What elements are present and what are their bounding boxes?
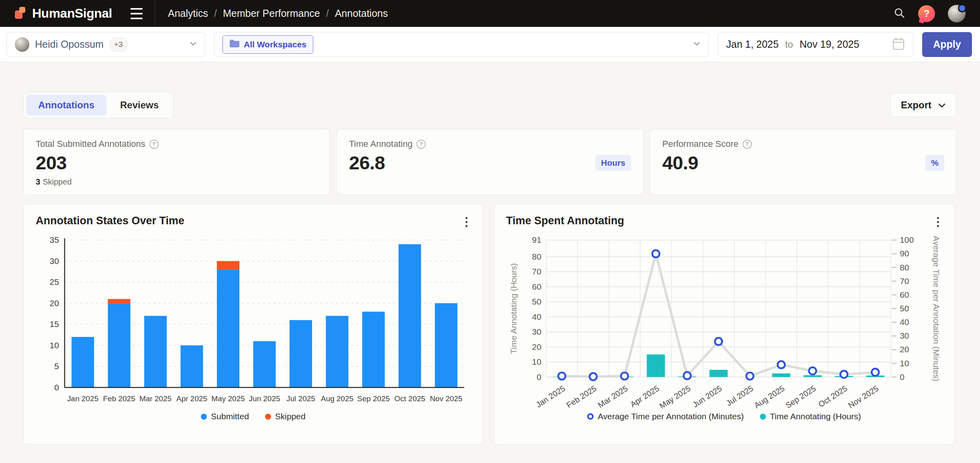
svg-text:20: 20: [532, 342, 541, 351]
breadcrumb: Analytics / Member Performance / Annotat…: [168, 8, 388, 19]
export-label: Export: [901, 100, 931, 111]
svg-text:May 2025: May 2025: [211, 394, 245, 403]
svg-text:50: 50: [532, 297, 541, 306]
svg-text:30: 30: [532, 327, 541, 336]
main-content: Annotations Reviews Export Total Submitt…: [0, 62, 980, 445]
svg-text:Aug 2025: Aug 2025: [321, 394, 353, 403]
svg-text:Jun 2025: Jun 2025: [249, 394, 280, 403]
search-icon[interactable]: [893, 7, 905, 20]
legend-dot-orange: [265, 414, 271, 420]
svg-text:Feb 2025: Feb 2025: [103, 394, 135, 403]
chevron-down-icon: [190, 41, 197, 48]
kebab-menu-icon[interactable]: [462, 215, 471, 229]
help-circle-icon[interactable]: ?: [743, 140, 752, 149]
svg-text:May 2025: May 2025: [658, 384, 692, 408]
svg-text:Average Time per Annotation (M: Average Time per Annotation (Minutes): [932, 236, 941, 382]
breadcrumb-separator: /: [208, 8, 223, 19]
legend-item-avg-time: Average Time per Annotation (Minutes): [587, 412, 744, 421]
member-avatar: [15, 37, 29, 52]
humansignal-logo-icon: [14, 6, 28, 21]
help-icon[interactable]: ?: [918, 5, 935, 22]
charts-row: Annotation States Over Time 051015202530…: [23, 204, 957, 445]
user-avatar[interactable]: [948, 5, 966, 22]
filter-bar: Heidi Opossum +3 All Workspaces Jan 1, 2…: [0, 27, 980, 62]
stat-card-performance-score: Performance Score ? 40.9 %: [650, 129, 957, 195]
top-bar: HumanSignal Analytics / Member Performan…: [0, 0, 980, 27]
svg-text:5: 5: [54, 361, 59, 371]
svg-text:25: 25: [50, 277, 59, 286]
date-range-input[interactable]: Jan 1, 2025 to Nov 19, 2025: [718, 32, 913, 57]
svg-text:Jul 2025: Jul 2025: [725, 384, 755, 408]
svg-text:30: 30: [50, 256, 59, 266]
kebab-menu-icon[interactable]: [934, 215, 942, 229]
svg-text:15: 15: [50, 319, 59, 329]
svg-text:Jun 2025: Jun 2025: [691, 384, 723, 408]
chart-title: Time Spent Annotating: [506, 215, 624, 227]
breadcrumb-member-performance[interactable]: Member Performance: [223, 8, 320, 19]
member-name: Heidi Opossum: [35, 39, 104, 50]
svg-text:Mar 2025: Mar 2025: [596, 384, 629, 408]
svg-text:30: 30: [900, 331, 909, 340]
combo-chart: 0102030405060708091010203040506070809010…: [506, 236, 942, 408]
svg-text:70: 70: [900, 276, 909, 286]
svg-text:10: 10: [532, 357, 541, 366]
svg-text:20: 20: [900, 345, 909, 354]
brand[interactable]: HumanSignal: [14, 6, 112, 21]
export-button[interactable]: Export: [890, 93, 957, 117]
svg-text:Aug 2025: Aug 2025: [753, 384, 786, 408]
svg-text:20: 20: [50, 299, 59, 308]
breadcrumb-analytics[interactable]: Analytics: [168, 8, 208, 19]
svg-text:80: 80: [900, 263, 909, 272]
skipped-count: 3: [36, 177, 40, 186]
stat-card-time-annotating: Time Annotating ? 26.8 Hours: [337, 129, 643, 195]
stat-label: Total Submitted Annotations: [36, 139, 145, 149]
legend-ring-blue: [587, 413, 594, 420]
folder-icon: [229, 39, 240, 50]
stat-footnote: 3Skipped: [36, 177, 318, 187]
tab-annotations[interactable]: Annotations: [26, 95, 106, 116]
breadcrumb-annotations[interactable]: Annotations: [335, 8, 388, 19]
apply-button[interactable]: Apply: [922, 32, 972, 57]
svg-text:Sep 2025: Sep 2025: [784, 384, 818, 408]
topbar-divider: [155, 0, 155, 27]
svg-text:Mar 2025: Mar 2025: [139, 394, 172, 403]
member-select[interactable]: Heidi Opossum +3: [6, 32, 205, 57]
svg-text:80: 80: [532, 252, 541, 261]
svg-text:70: 70: [532, 267, 541, 276]
skipped-label: Skipped: [43, 177, 71, 186]
unit-badge-hours: Hours: [595, 155, 631, 171]
workspace-select[interactable]: All Workspaces: [214, 32, 709, 57]
brand-name: HumanSignal: [32, 6, 112, 21]
workspace-chip-label: All Workspaces: [244, 40, 306, 49]
tab-reviews[interactable]: Reviews: [108, 95, 171, 116]
svg-text:0: 0: [537, 372, 541, 382]
legend-dot-blue: [201, 414, 207, 420]
workspace-chip[interactable]: All Workspaces: [223, 35, 313, 54]
stat-value: 203: [36, 152, 67, 174]
chart-legend: Average Time per Annotation (Minutes) Ti…: [506, 412, 942, 421]
legend-dot-teal: [760, 414, 766, 420]
svg-text:91: 91: [532, 236, 541, 244]
svg-text:Oct 2025: Oct 2025: [394, 394, 425, 403]
chart-time-spent: Time Spent Annotating 010203040506070809…: [494, 204, 955, 445]
member-more-badge: +3: [109, 37, 128, 52]
svg-text:10: 10: [900, 359, 909, 368]
help-circle-icon[interactable]: ?: [416, 140, 426, 149]
menu-icon[interactable]: [130, 6, 143, 22]
unit-badge-percent: %: [925, 155, 944, 171]
stat-card-total-submitted: Total Submitted Annotations ? 203 3Skipp…: [23, 129, 330, 195]
stat-value: 40.9: [662, 152, 698, 174]
stacked-bar-chart: 05101520253035Jan 2025Feb 2025Mar 2025Ap…: [36, 236, 471, 408]
svg-text:Jan 2025: Jan 2025: [534, 384, 567, 408]
svg-text:50: 50: [900, 304, 909, 313]
svg-text:Nov 2025: Nov 2025: [847, 384, 880, 408]
chevron-down-icon: [938, 100, 946, 111]
chevron-down-icon: [693, 41, 700, 48]
legend-item-time-annotating: Time Annotating (Hours): [760, 412, 861, 421]
help-circle-icon[interactable]: ?: [149, 140, 159, 149]
stat-value: 26.8: [349, 152, 385, 174]
tab-group: Annotations Reviews: [23, 92, 174, 118]
chart-title: Annotation States Over Time: [36, 215, 184, 227]
breadcrumb-separator: /: [320, 8, 335, 19]
svg-text:60: 60: [900, 290, 909, 299]
